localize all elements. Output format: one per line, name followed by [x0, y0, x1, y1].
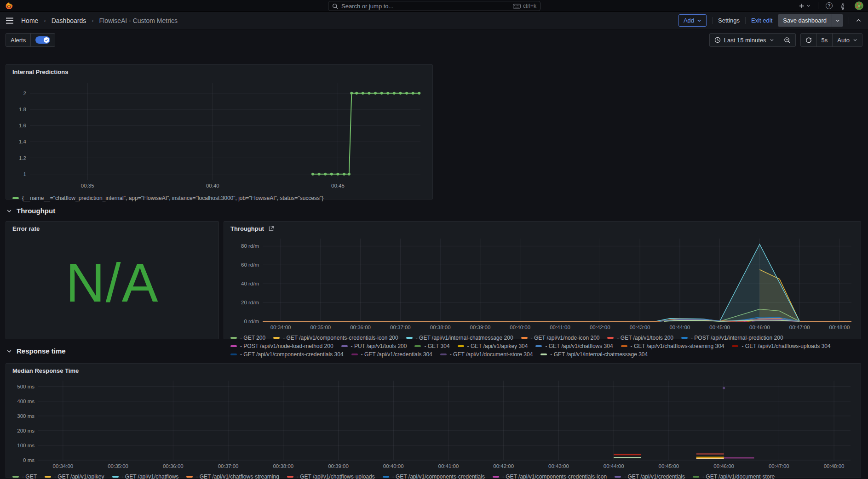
section-response-time[interactable]: Response time — [6, 347, 66, 355]
legend-swatch — [458, 345, 464, 347]
chevron-down-icon — [853, 38, 857, 42]
legend-item[interactable]: - GET /api/v1/document-store 304 — [440, 351, 533, 358]
legend-swatch — [414, 345, 421, 347]
legend-item[interactable]: - GET /api/v1/components-credentials — [383, 473, 485, 479]
alerts-toggle[interactable] — [30, 34, 55, 46]
legend-item[interactable]: - GET 304 — [414, 343, 449, 349]
chevron-right-icon: › — [91, 17, 94, 24]
panel-title: Throughput — [224, 222, 861, 233]
auto-refresh-dropdown[interactable]: Auto — [832, 34, 862, 46]
legend-item[interactable]: - GET /api/v1/components-credentials-ico… — [493, 473, 607, 479]
median-response-time-chart[interactable]: 0 ms100 ms200 ms300 ms400 ms500 ms00:34:… — [9, 375, 858, 472]
legend-item[interactable]: - GET /api/v1/internal-chatmessage 304 — [540, 351, 648, 358]
zoom-out-button[interactable] — [779, 34, 795, 46]
breadcrumb-item-dashboards[interactable]: Dashboards — [52, 17, 86, 24]
avatar[interactable] — [855, 1, 863, 10]
panel-median-response-time: Median Response Time 0 ms100 ms200 ms300… — [6, 363, 861, 478]
nav-divider — [712, 17, 713, 24]
help-button[interactable]: ? — [826, 2, 833, 9]
chart-canvas: 11.21.41.61.8200:3500:4000:45 — [9, 76, 430, 194]
svg-text:00:44:00: 00:44:00 — [669, 325, 690, 330]
legend-item[interactable]: - GET /api/v1/components-credentials 304 — [230, 351, 344, 358]
svg-text:00:39:00: 00:39:00 — [470, 325, 491, 330]
legend-item[interactable]: - GET /api/v1/chatflows-streaming — [186, 473, 279, 479]
legend-item[interactable]: - GET — [12, 473, 37, 479]
section-throughput[interactable]: Throughput — [6, 207, 55, 215]
create-new-button[interactable] — [799, 3, 811, 9]
legend-item[interactable]: - GET /api/v1/document-store — [693, 473, 775, 479]
refresh-interval-label[interactable]: 5s — [816, 34, 833, 46]
legend-item[interactable]: - GET /api/v1/apikey 304 — [458, 343, 528, 349]
legend-label: - GET /api/v1/internal-chatmessage 200 — [416, 335, 513, 341]
legend-swatch — [493, 476, 499, 478]
legend-item[interactable]: - GET /api/v1/chatflows-uploads 304 — [732, 343, 830, 349]
legend-swatch — [383, 476, 389, 478]
legend-swatch — [45, 476, 51, 478]
legend-swatch — [186, 476, 193, 478]
svg-text:1.4: 1.4 — [19, 139, 27, 144]
svg-text:0 rd/m: 0 rd/m — [244, 319, 259, 324]
legend-label: - GET /api/v1/apikey — [54, 473, 104, 479]
svg-text:300 ms: 300 ms — [17, 413, 34, 419]
legend-item[interactable]: - GET /api/v1/chatflows-streaming 304 — [621, 343, 724, 349]
legend-item[interactable]: - GET 200 — [230, 335, 265, 341]
svg-text:00:42:00: 00:42:00 — [493, 463, 514, 469]
svg-text:00:37:00: 00:37:00 — [218, 463, 239, 469]
legend-item[interactable]: - GET /api/v1/chatflows — [112, 473, 179, 479]
save-dashboard-dropdown[interactable] — [832, 14, 843, 27]
refresh-button[interactable] — [801, 34, 816, 46]
news-button[interactable] — [840, 2, 847, 10]
legend-item[interactable]: - GET /api/v1/internal-chatmessage 200 — [406, 335, 513, 341]
legend-item[interactable]: - GET /api/v1/tools 200 — [607, 335, 673, 341]
legend-item[interactable]: - PUT /api/v1/tools 200 — [341, 343, 407, 349]
throughput-chart[interactable]: 0 rd/m20 rd/m40 rd/m60 rd/m80 rd/m00:34:… — [227, 233, 858, 333]
legend-item[interactable]: - GET /api/v1/credentials — [615, 473, 685, 479]
add-button[interactable]: Add — [678, 14, 707, 27]
external-link-icon[interactable] — [268, 226, 274, 232]
exit-edit-button[interactable]: Exit edit — [751, 17, 772, 24]
legend-item[interactable]: - POST /api/v1/node-load-method 200 — [230, 343, 333, 349]
panel-title: Internal Predictions — [6, 65, 432, 76]
save-dashboard-button[interactable]: Save dashboard — [778, 14, 843, 27]
svg-text:00:36:00: 00:36:00 — [350, 325, 371, 330]
svg-text:500 ms: 500 ms — [17, 384, 34, 389]
breadcrumb-item-home[interactable]: Home — [21, 17, 38, 24]
legend-item[interactable]: - GET /api/v1/chatflows 304 — [535, 343, 613, 349]
settings-button[interactable]: Settings — [718, 17, 740, 24]
legend-item[interactable]: - GET /api/v1/chatflows-uploads — [287, 473, 375, 479]
grafana-logo[interactable] — [5, 1, 14, 11]
search-input[interactable]: Search or jump to... ctrl+k — [328, 1, 540, 11]
legend-item[interactable]: - GET /api/v1/apikey — [45, 473, 104, 479]
legend-swatch — [406, 337, 413, 339]
mega-menu-button[interactable] — [6, 17, 14, 24]
help-icon: ? — [826, 2, 833, 9]
legend-label: - GET /api/v1/internal-chatmessage 304 — [550, 351, 648, 358]
time-range-button[interactable]: Last 15 minutes — [710, 34, 779, 46]
legend-item[interactable]: {__name__="chatflow_prediction_internal"… — [12, 195, 323, 201]
news-icon — [840, 2, 847, 10]
legend-item[interactable]: - POST /api/v1/internal-prediction 200 — [681, 335, 783, 341]
svg-text:00:35:00: 00:35:00 — [310, 325, 331, 330]
time-range-label: Last 15 minutes — [724, 37, 766, 44]
add-button-label: Add — [684, 17, 694, 24]
collapse-topbar-button[interactable] — [855, 17, 862, 23]
svg-text:00:48:00: 00:48:00 — [829, 325, 850, 330]
legend-label: - POST /api/v1/node-load-method 200 — [240, 343, 333, 349]
legend-swatch — [273, 337, 280, 339]
legend-item[interactable]: - GET /api/v1/components-credentials-ico… — [273, 335, 398, 341]
chevron-down-icon — [697, 18, 701, 23]
toggle-pill[interactable] — [35, 36, 50, 44]
shortcut-text: ctrl+k — [523, 3, 536, 9]
time-controls: Last 15 minutes 5s Auto — [709, 33, 862, 47]
nav-divider — [849, 17, 849, 24]
legend-item[interactable]: - GET /api/v1/node-icon 200 — [521, 335, 600, 341]
internal-predictions-chart[interactable]: 11.21.41.61.8200:3500:4000:45 — [9, 76, 430, 194]
chart-canvas: 0 ms100 ms200 ms300 ms400 ms500 ms00:34:… — [9, 375, 858, 472]
legend-item[interactable]: - GET /api/v1/credentials 304 — [351, 351, 432, 358]
svg-text:0 ms: 0 ms — [23, 457, 34, 463]
svg-text:00:40: 00:40 — [206, 183, 219, 188]
panel-title-text: Error rate — [12, 225, 40, 232]
panel-title-text: Median Response Time — [12, 367, 79, 374]
svg-text:00:38:00: 00:38:00 — [430, 325, 451, 330]
median-response-time-legend: - GET- GET /api/v1/apikey- GET /api/v1/c… — [6, 472, 861, 479]
